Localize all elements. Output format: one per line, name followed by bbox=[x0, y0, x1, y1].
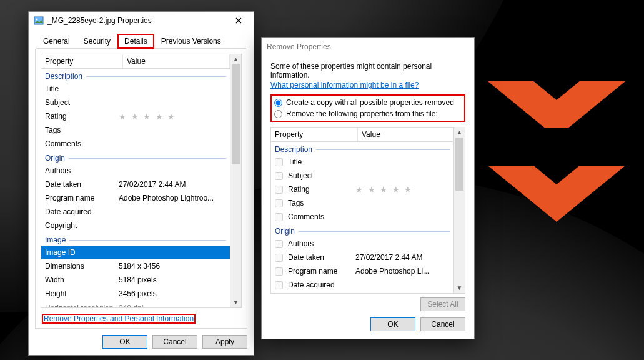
checkbox[interactable] bbox=[275, 268, 283, 276]
property-value: 3456 pixels bbox=[119, 289, 226, 298]
list-item[interactable]: Title bbox=[41, 82, 230, 96]
property-name: Date acquired bbox=[45, 208, 119, 216]
property-name: Copyright bbox=[45, 221, 119, 230]
property-name: Program name bbox=[288, 267, 353, 276]
property-name: Tags bbox=[45, 126, 119, 134]
close-icon bbox=[235, 18, 242, 24]
property-name: Width bbox=[45, 276, 119, 284]
list-item[interactable]: Authors bbox=[271, 237, 453, 251]
scrollbar[interactable]: ▲ ▼ bbox=[230, 54, 242, 308]
scroll-up-icon[interactable]: ▲ bbox=[230, 54, 241, 64]
list-item[interactable]: Subject bbox=[271, 169, 453, 182]
list-item[interactable]: Dimensions5184 x 3456 bbox=[41, 259, 230, 273]
header-value[interactable]: Value bbox=[358, 128, 453, 141]
list-item[interactable]: Width5184 pixels bbox=[41, 273, 230, 287]
ok-button[interactable]: OK bbox=[370, 318, 415, 331]
section-description: Description bbox=[41, 69, 230, 82]
property-list[interactable]: DescriptionTitleSubjectRating★ ★ ★ ★ ★Ta… bbox=[41, 69, 230, 308]
property-name: Title bbox=[288, 158, 353, 166]
apply-button[interactable]: Apply bbox=[202, 335, 247, 349]
remove-properties-link[interactable]: Remove Properties and Personal Informati… bbox=[42, 314, 196, 324]
scroll-up-icon[interactable]: ▲ bbox=[454, 127, 465, 138]
checkbox[interactable] bbox=[275, 172, 283, 180]
property-value: Adobe Photoshop Li... bbox=[355, 267, 450, 276]
personal-info-link[interactable]: What personal information might be in a … bbox=[270, 81, 419, 89]
radio-remove-following[interactable]: Remove the following properties from thi… bbox=[274, 108, 462, 119]
list-item[interactable]: Date taken27/02/2017 2:44 AM bbox=[41, 178, 230, 191]
header-value[interactable]: Value bbox=[123, 54, 230, 68]
property-value: 5184 pixels bbox=[119, 276, 226, 284]
list-item[interactable]: Tags bbox=[271, 196, 453, 210]
property-name: Title bbox=[45, 84, 119, 93]
section-image: Image bbox=[41, 232, 230, 246]
close-button[interactable] bbox=[226, 13, 251, 28]
cancel-button[interactable]: Cancel bbox=[152, 335, 197, 349]
property-value: 27/02/2017 2:44 AM bbox=[119, 180, 226, 189]
radio-group: Create a copy with all possible properti… bbox=[270, 94, 465, 122]
radio-create-copy[interactable]: Create a copy with all possible properti… bbox=[274, 97, 462, 108]
list-item[interactable]: Rating★ ★ ★ ★ ★ bbox=[271, 182, 453, 196]
checkbox[interactable] bbox=[275, 281, 283, 289]
list-item[interactable]: Copyright bbox=[271, 292, 453, 294]
scrollbar[interactable]: ▲ ▼ bbox=[454, 127, 465, 294]
scroll-down-icon[interactable]: ▼ bbox=[454, 282, 465, 293]
radio-remove-following-input[interactable] bbox=[274, 110, 282, 118]
grid-header: Property Value bbox=[270, 127, 454, 142]
property-name: Subject bbox=[288, 171, 353, 180]
checkbox[interactable] bbox=[275, 240, 283, 248]
list-item[interactable]: Date acquired bbox=[41, 205, 230, 219]
checkbox[interactable] bbox=[275, 213, 283, 221]
property-name: Rating bbox=[288, 185, 353, 194]
list-item[interactable]: Date taken27/02/2017 2:44 AM bbox=[271, 251, 453, 264]
property-value: 5184 x 3456 bbox=[119, 262, 226, 271]
checkbox[interactable] bbox=[275, 199, 283, 208]
checkbox[interactable] bbox=[275, 254, 283, 262]
list-item[interactable]: Comments bbox=[271, 210, 453, 224]
list-item[interactable]: Rating★ ★ ★ ★ ★ bbox=[41, 109, 230, 123]
section-origin: Origin bbox=[41, 151, 230, 164]
list-item[interactable]: Height3456 pixels bbox=[41, 287, 230, 301]
list-item[interactable]: Authors bbox=[41, 164, 230, 178]
property-name: Authors bbox=[288, 239, 353, 248]
property-name: Comments bbox=[288, 212, 353, 221]
image-file-icon bbox=[34, 16, 44, 26]
list-item[interactable]: Program nameAdobe Photoshop Lightroo... bbox=[41, 191, 230, 205]
list-item[interactable]: Tags bbox=[41, 123, 230, 137]
checkbox[interactable] bbox=[275, 186, 283, 194]
property-name: Subject bbox=[45, 98, 119, 107]
tab-security[interactable]: Security bbox=[77, 34, 117, 49]
radio-create-copy-input[interactable] bbox=[274, 99, 282, 107]
header-property[interactable]: Property bbox=[41, 54, 123, 68]
radio-remove-following-label: Remove the following properties from thi… bbox=[286, 109, 438, 118]
scroll-down-icon[interactable]: ▼ bbox=[230, 297, 241, 308]
list-item[interactable]: Date acquired bbox=[271, 278, 453, 292]
list-item[interactable]: Program nameAdobe Photoshop Li... bbox=[271, 264, 453, 278]
checkbox[interactable] bbox=[275, 158, 283, 166]
titlebar[interactable]: _MG_2285eye-2.jpg Properties bbox=[29, 12, 254, 29]
property-list[interactable]: DescriptionTitleSubjectRating★ ★ ★ ★ ★Ta… bbox=[270, 142, 454, 294]
tab-details[interactable]: Details bbox=[117, 34, 154, 49]
titlebar[interactable]: Remove Properties bbox=[262, 38, 474, 56]
list-item[interactable]: Subject bbox=[41, 96, 230, 109]
property-name: Comments bbox=[45, 139, 119, 148]
list-item[interactable]: Copyright bbox=[41, 219, 230, 232]
tab-general[interactable]: General bbox=[36, 34, 77, 49]
property-name: Image ID bbox=[45, 248, 119, 257]
list-item[interactable]: Comments bbox=[41, 137, 230, 151]
tab-previous-versions[interactable]: Previous Versions bbox=[154, 34, 228, 49]
header-property[interactable]: Property bbox=[271, 128, 358, 141]
list-item[interactable]: Horizontal resolution240 dpi bbox=[41, 301, 230, 308]
radio-create-copy-label: Create a copy with all possible properti… bbox=[286, 98, 454, 107]
ok-button[interactable]: OK bbox=[102, 335, 147, 349]
background-chevrons bbox=[488, 81, 625, 250]
star-rating-icon: ★ ★ ★ ★ ★ bbox=[119, 112, 176, 121]
svg-point-1 bbox=[36, 19, 38, 21]
cancel-button[interactable]: Cancel bbox=[420, 318, 465, 331]
star-rating-icon: ★ ★ ★ ★ ★ bbox=[355, 185, 413, 194]
select-all-button[interactable]: Select All bbox=[420, 298, 465, 311]
window-title: Remove Properties bbox=[267, 42, 472, 51]
list-item[interactable]: Image ID bbox=[41, 246, 230, 259]
property-name: Rating bbox=[45, 112, 119, 121]
list-item[interactable]: Title bbox=[271, 155, 453, 169]
svg-rect-0 bbox=[34, 17, 43, 24]
